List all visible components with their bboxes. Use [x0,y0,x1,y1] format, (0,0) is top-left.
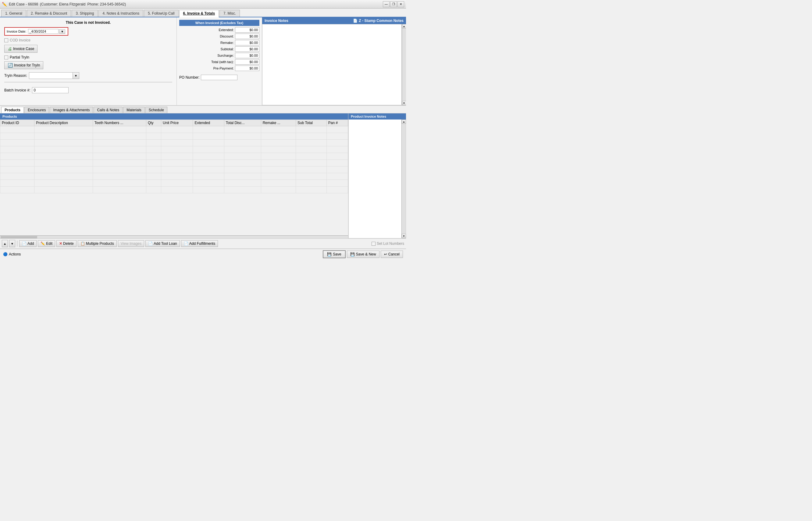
add-button[interactable]: 📄 Add [19,240,37,247]
horizontal-scrollbar[interactable] [0,235,348,239]
minimize-button[interactable]: — [383,1,390,7]
sub-tab-enclosures[interactable]: Enclosures [24,107,49,113]
save-new-label: Save & New [356,252,376,256]
save-new-button[interactable]: 💾 Save & New [347,251,379,258]
col-unit-price: Unit Price [161,120,193,126]
po-number-row: PO Number: [179,75,259,80]
col-product-id: Product ID [0,120,34,126]
restore-button[interactable]: ❐ [390,1,397,7]
set-lot-label: Set Lot Numbers [377,242,404,246]
surcharge-input[interactable] [235,53,259,58]
set-lot-numbers-row: Set Lot Numbers [372,242,404,246]
col-remake: Remake ... [261,120,296,126]
move-down-button[interactable]: ▼ [9,240,15,247]
sub-tab-calls-notes[interactable]: Calls & Notes [94,107,122,113]
add-label: Add [27,242,34,246]
multiple-products-icon: 📋 [80,242,85,246]
add-fulfillments-button[interactable]: 📄 Add Fulfillments [181,240,218,247]
table-row [0,153,348,160]
delete-button[interactable]: ✕ Delete [56,240,76,247]
partial-tryin-checkbox[interactable] [4,55,8,60]
products-table-header: Products [0,113,348,119]
stamp-notes-label: Z - Stamp Common Notes [359,19,403,23]
actions-icon: 🔵 [3,252,8,256]
invoice-date-row: Invoice Date: ▼ [4,27,68,36]
tab-notes-instructions[interactable]: 4. Notes & Instructions [98,10,143,17]
invoice-notes-title: Invoice Notes [264,19,288,23]
sub-tab-images-attachments[interactable]: Images & Attachments [50,107,93,113]
title-text: Edit Case - 66098 [9,2,38,6]
subtotal-row: Subtotal: [179,46,259,52]
save-icon: 💾 [327,252,332,256]
stamp-notes-button[interactable]: 📄 Z - Stamp Common Notes [353,19,403,23]
product-notes-scroll-down[interactable]: ▼ [402,234,406,238]
edit-button[interactable]: ✏️ Edit [38,240,55,247]
view-images-button[interactable]: View Images [118,240,144,247]
extended-input[interactable] [235,27,259,32]
add-tool-loan-icon: 📄 [148,242,153,246]
total-with-tax-input[interactable] [235,59,259,65]
cancel-button[interactable]: ↩ Cancel [381,251,403,258]
batch-invoice-input[interactable] [32,87,69,93]
invoice-date-dropdown[interactable]: ▼ [59,29,65,34]
save-button[interactable]: 💾 Save [323,250,345,258]
title-bar-left: ✏️ Edit Case - 66098 (Customer: Elena Fi… [2,2,126,7]
add-tool-loan-button[interactable]: 📄 Add Tool Loan [145,240,180,247]
product-notes-content[interactable] [349,119,401,238]
set-lot-checkbox[interactable] [372,242,375,246]
invoice-for-tryin-label: Invoice for TryIn [14,63,40,67]
tryin-reason-select[interactable]: ▼ [29,72,79,79]
add-icon: 📄 [22,242,26,246]
table-row [0,126,348,133]
subtotal-input[interactable] [235,46,259,52]
tab-invoice-totals[interactable]: 6. Invoice & Totals [179,10,219,17]
invoice-notes-header: Invoice Notes 📄 Z - Stamp Common Notes [262,17,406,24]
invoice-notes-area[interactable] [262,24,402,105]
not-invoiced-text: This Case is not Invoiced. [4,20,172,25]
invoice-case-icon: 🖨 [8,46,12,51]
tryin-dropdown-arrow[interactable]: ▼ [73,72,79,78]
sub-tab-materials[interactable]: Materials [123,107,145,113]
products-table-wrapper[interactable]: Product ID Product Description Teeth Num… [0,119,348,235]
close-button[interactable]: ✕ [397,1,404,7]
sub-tab-products[interactable]: Products [1,107,24,113]
invoice-for-tryin-button[interactable]: 🔄 Invoice for TryIn [4,61,43,69]
sub-tab-schedule[interactable]: Schedule [145,107,167,113]
scroll-down-button[interactable]: ▼ [402,101,406,105]
remake-input[interactable] [235,40,259,45]
move-up-button[interactable]: ▲ [2,240,8,247]
top-section: This Case is not Invoiced. Invoice Date:… [0,17,406,106]
products-toolbar: ▲ ▼ 📄 Add ✏️ Edit ✕ Delete 📋 Multiple Pr… [0,239,406,248]
invoice-date-input[interactable] [28,29,59,34]
pre-payment-input[interactable] [235,66,259,71]
cod-checkbox[interactable] [4,39,8,42]
invoice-notes-panel: Invoice Notes 📄 Z - Stamp Common Notes ▲… [262,17,406,105]
tab-shipping[interactable]: 3. Shipping [72,10,98,17]
save-label: Save [333,252,341,256]
tab-general[interactable]: 1. General [1,10,26,17]
multiple-products-button[interactable]: 📋 Multiple Products [78,240,117,247]
tryin-reason-row: TryIn Reason: ▼ [4,72,172,79]
cancel-label: Cancel [388,252,400,256]
tab-remake-discount[interactable]: 2. Remake & Discount [27,10,71,17]
tab-misc[interactable]: 7. Misc. [219,10,240,17]
product-notes-scroll-up[interactable]: ▲ [402,119,406,124]
product-notes-body: ▲ ▼ [348,119,406,239]
actions-label: Actions [9,252,21,256]
po-number-input[interactable] [201,75,237,80]
scroll-up-button[interactable]: ▲ [402,24,406,28]
discount-input[interactable] [235,33,259,39]
col-sub-total: Sub Total [296,120,327,126]
invoice-case-label: Invoice Case [13,47,34,51]
batch-invoice-label: Batch Invoice #: [4,88,30,92]
pre-payment-label: Pre-Payment: [206,66,234,70]
multiple-products-label: Multiple Products [86,242,114,246]
product-notes-scrollbar: ▲ ▼ [401,119,406,238]
view-images-label: View Images [121,242,141,246]
actions-button[interactable]: 🔵 Actions [3,252,21,256]
save-new-icon: 💾 [350,252,355,256]
actions-right: 💾 Save 💾 Save & New ↩ Cancel [323,250,403,258]
invoice-case-button[interactable]: 🖨 Invoice Case [4,45,38,53]
edit-label: Edit [46,242,52,246]
tab-followup-call[interactable]: 5. FollowUp Call [144,10,178,17]
